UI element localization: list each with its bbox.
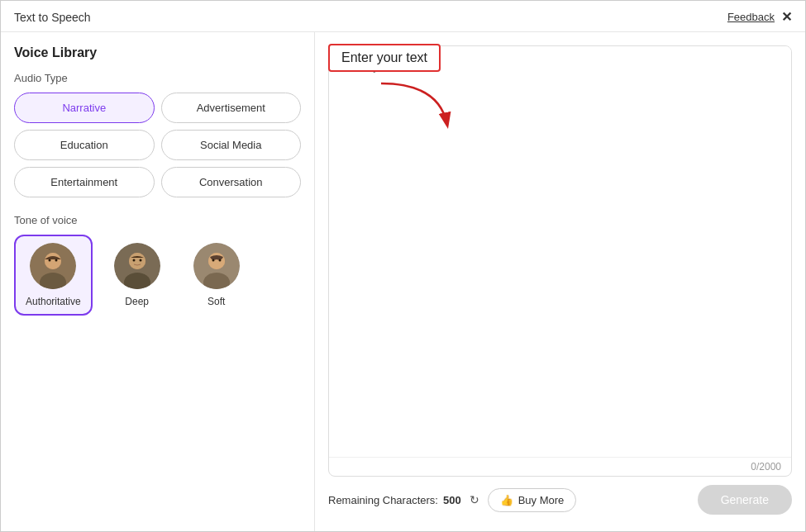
audio-type-education[interactable]: Education <box>14 130 155 160</box>
tone-deep[interactable]: Deep <box>103 235 172 316</box>
close-button[interactable]: ✕ <box>781 9 792 25</box>
svg-point-3 <box>45 253 61 269</box>
app-title: Text to Speech <box>14 11 91 24</box>
audio-type-grid: Narrative Advertisement Education Social… <box>14 93 301 197</box>
svg-point-5 <box>55 259 58 262</box>
thumbs-up-icon: 👍 <box>500 494 513 506</box>
voice-library-title: Voice Library <box>14 45 301 60</box>
tone-label-soft: Soft <box>207 296 225 307</box>
tone-avatar-authoritative <box>30 243 76 289</box>
tone-avatar-soft <box>193 243 240 289</box>
char-count: 0/2000 <box>329 457 791 476</box>
tone-label-authoritative: Authoritative <box>26 296 81 307</box>
audio-type-title: Audio Type <box>14 72 301 84</box>
tone-label-deep: Deep <box>125 296 149 307</box>
feedback-link[interactable]: Feedback <box>727 11 775 23</box>
remaining-chars: Remaining Characters: 500 <box>328 494 461 506</box>
svg-point-10 <box>132 259 135 262</box>
right-panel: Enter your text 0/2000 Remaining Char <box>315 32 805 532</box>
tone-title: Tone of voice <box>14 214 301 226</box>
tone-avatar-deep <box>114 243 160 289</box>
audio-type-social-media[interactable]: Social Media <box>161 130 302 160</box>
svg-point-11 <box>139 259 141 262</box>
audio-type-narrative[interactable]: Narrative <box>14 93 155 123</box>
audio-type-entertainment[interactable]: Entertainment <box>14 167 155 197</box>
text-input[interactable] <box>329 46 791 457</box>
tone-grid: Authoritative Deep <box>14 235 301 316</box>
svg-point-4 <box>49 259 51 262</box>
buy-more-button[interactable]: 👍 Buy More <box>488 488 577 512</box>
left-panel: Voice Library Audio Type Narrative Adver… <box>1 32 315 532</box>
tone-authoritative[interactable]: Authoritative <box>14 235 93 316</box>
enter-text-callout: Enter your text <box>328 44 441 72</box>
audio-type-conversation[interactable]: Conversation <box>161 167 302 197</box>
refresh-icon[interactable]: ↻ <box>470 493 479 506</box>
tone-soft[interactable]: Soft <box>182 235 251 316</box>
svg-point-16 <box>212 259 214 262</box>
bottom-bar: Remaining Characters: 500 ↻ 👍 Buy More G… <box>328 477 792 520</box>
remaining-count: 500 <box>443 494 461 506</box>
generate-button[interactable]: Generate <box>698 485 792 515</box>
header-actions: Feedback ✕ <box>727 9 792 25</box>
main-layout: Voice Library Audio Type Narrative Adver… <box>1 32 805 532</box>
audio-type-advertisement[interactable]: Advertisement <box>161 93 302 123</box>
svg-point-9 <box>129 253 145 269</box>
header: Text to Speech Feedback ✕ <box>1 1 805 32</box>
textarea-wrapper: 0/2000 <box>328 45 792 477</box>
svg-point-17 <box>218 259 221 262</box>
